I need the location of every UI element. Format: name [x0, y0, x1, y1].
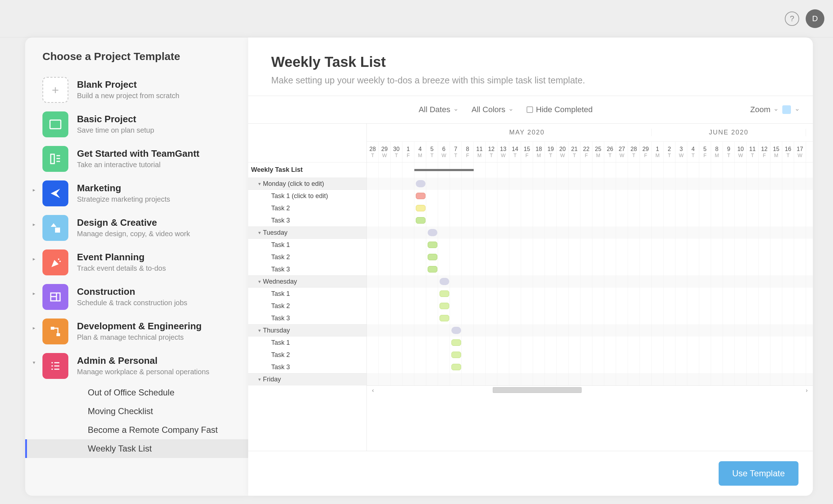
gantt-bar[interactable]: [451, 364, 461, 370]
template-modal: Choose a Project Template +Blank Project…: [25, 37, 813, 496]
all-colors-dropdown[interactable]: All Colors: [472, 105, 514, 114]
gantt-bar[interactable]: [451, 352, 461, 358]
template-item[interactable]: Weekly Task List: [25, 439, 248, 458]
avatar[interactable]: D: [806, 9, 824, 28]
category-party[interactable]: ▸Event PlanningTrack event details & to-…: [25, 245, 248, 280]
gantt-bar[interactable]: [451, 339, 461, 346]
gantt-bar[interactable]: [440, 290, 449, 297]
gantt-timeline[interactable]: MAY 2020JUNE 2020 28T29W30T1F4M5T6W7T8F1…: [367, 124, 813, 451]
month-header: MAY 2020: [402, 129, 652, 136]
chevron-right-icon[interactable]: ▸: [25, 215, 42, 227]
day-header: 28T: [628, 142, 640, 162]
task-group[interactable]: Tuesday: [248, 226, 367, 239]
day-header: 27W: [616, 142, 628, 162]
scroll-right-icon[interactable]: ›: [801, 387, 813, 394]
shape-icon: [42, 215, 68, 241]
party-icon: [42, 249, 68, 275]
chevron-right-icon: [25, 146, 42, 152]
scroll-thumb[interactable]: [493, 387, 581, 393]
chevron-right-icon[interactable]: ▸: [25, 180, 42, 193]
task-item[interactable]: Task 2: [248, 300, 367, 312]
chevron-right-icon[interactable]: ▸: [25, 249, 42, 262]
task-item[interactable]: Task 3: [248, 361, 367, 373]
gantt-chart: Weekly Task ListMonday (click to edit)Ta…: [248, 124, 813, 451]
category-subtitle: Strategize marketing projects: [77, 195, 170, 203]
color-dropdown[interactable]: [795, 106, 800, 114]
day-header: 1M: [652, 142, 664, 162]
category-title: Development & Engineering: [77, 321, 202, 332]
scroll-left-icon[interactable]: ‹: [367, 387, 379, 394]
category-subtitle: Manage design, copy, & video work: [77, 230, 190, 238]
task-item[interactable]: Task 3: [248, 214, 367, 226]
scroll-track[interactable]: [379, 386, 801, 395]
category-shape[interactable]: ▸Design & CreativeManage design, copy, &…: [25, 211, 248, 245]
gantt-bar[interactable]: [440, 303, 449, 309]
gantt-bar[interactable]: [428, 242, 437, 248]
task-group[interactable]: Friday: [248, 373, 367, 385]
day-header: 26T: [604, 142, 616, 162]
color-swatch-icon[interactable]: [782, 105, 791, 114]
horizontal-scrollbar[interactable]: ‹ ›: [367, 385, 813, 395]
task-group[interactable]: Thursday: [248, 324, 367, 336]
help-icon[interactable]: ?: [785, 12, 799, 26]
preview-footer: Use Template: [248, 451, 813, 496]
category-title: Blank Project: [77, 79, 179, 90]
hide-completed-toggle[interactable]: Hide Completed: [527, 105, 593, 114]
category-guide[interactable]: Get Started with TeamGanttTake an intera…: [25, 142, 248, 176]
category-blueprint[interactable]: ▸ConstructionSchedule & track constructi…: [25, 280, 248, 314]
template-preview: Weekly Task List Make setting up your we…: [248, 37, 813, 496]
category-subtitle: Plan & manage technical projects: [77, 333, 202, 342]
svg-marker-5: [51, 223, 56, 227]
task-item[interactable]: Task 2: [248, 349, 367, 361]
gantt-bar[interactable]: [416, 193, 425, 199]
chevron-right-icon[interactable]: ▸: [25, 319, 42, 331]
gantt-bar[interactable]: [416, 217, 425, 224]
task-item[interactable]: Task 1: [248, 288, 367, 300]
all-dates-dropdown[interactable]: All Dates: [419, 105, 459, 114]
template-sidebar: Choose a Project Template +Blank Project…: [25, 37, 248, 496]
category-title: Get Started with TeamGantt: [77, 148, 199, 159]
gantt-bar[interactable]: [451, 327, 461, 334]
template-item[interactable]: Become a Remote Company Fast: [25, 421, 248, 439]
gantt-bar[interactable]: [428, 254, 437, 260]
use-template-button[interactable]: Use Template: [719, 461, 798, 486]
template-item[interactable]: Moving Checklist: [25, 402, 248, 421]
gantt-bar[interactable]: [416, 205, 425, 211]
task-item[interactable]: Task 1 (click to edit): [248, 190, 367, 202]
category-flow[interactable]: ▸Development & EngineeringPlan & manage …: [25, 314, 248, 349]
day-header: 11M: [474, 142, 486, 162]
category-list[interactable]: ▾Admin & PersonalManage workplace & pers…: [25, 349, 248, 383]
zoom-dropdown[interactable]: Zoom: [750, 105, 779, 114]
template-item[interactable]: Out of Office Schedule: [25, 383, 248, 402]
svg-rect-12: [51, 327, 54, 330]
day-header: 29F: [640, 142, 652, 162]
svg-rect-6: [55, 228, 60, 233]
progress-bar: [414, 169, 474, 171]
day-header: 10W: [735, 142, 747, 162]
category-rect[interactable]: Basic ProjectSave time on plan setup: [25, 107, 248, 142]
category-title: Event Planning: [77, 252, 166, 263]
task-item[interactable]: Task 2: [248, 251, 367, 263]
task-group[interactable]: Wednesday: [248, 275, 367, 288]
gantt-bar[interactable]: [428, 266, 437, 272]
task-item[interactable]: Task 1: [248, 336, 367, 349]
day-header: 9T: [723, 142, 735, 162]
task-group[interactable]: Monday (click to edit): [248, 178, 367, 190]
task-item[interactable]: Task 3: [248, 263, 367, 275]
category-plus[interactable]: +Blank ProjectBuild a new project from s…: [25, 73, 248, 107]
chevron-right-icon: [25, 77, 42, 83]
task-item[interactable]: Task 3: [248, 312, 367, 324]
day-header: 17W: [794, 142, 806, 162]
chevron-right-icon[interactable]: ▸: [25, 284, 42, 296]
task-item[interactable]: Task 2: [248, 202, 367, 214]
gantt-bar[interactable]: [428, 229, 437, 236]
category-send[interactable]: ▸MarketingStrategize marketing projects: [25, 176, 248, 211]
task-item[interactable]: Task 1: [248, 239, 367, 251]
category-subtitle: Schedule & track construction jobs: [77, 299, 187, 307]
sidebar-title: Choose a Project Template: [25, 50, 248, 73]
gantt-bar[interactable]: [416, 180, 425, 187]
gantt-bar[interactable]: [440, 315, 449, 321]
chevron-down-icon[interactable]: ▾: [25, 353, 42, 365]
preview-header: Weekly Task List Make setting up your we…: [248, 37, 813, 96]
gantt-bar[interactable]: [440, 278, 449, 285]
